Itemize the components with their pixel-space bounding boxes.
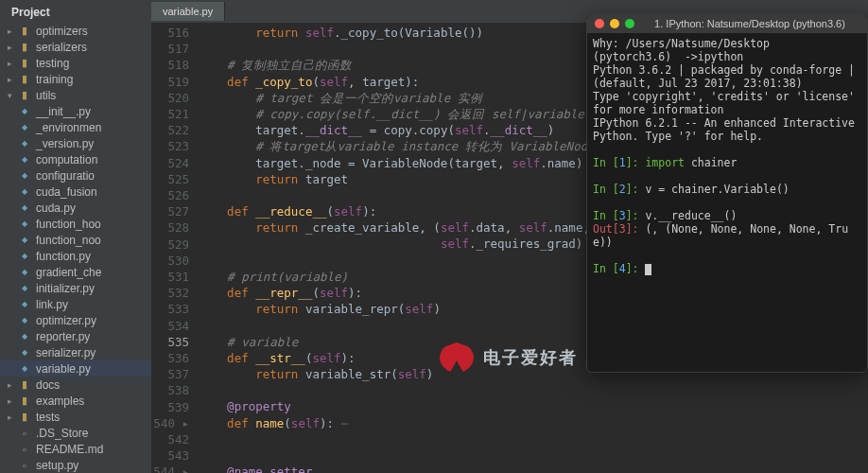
- tree-item[interactable]: ◆reporter.py: [0, 328, 151, 344]
- folder-icon: ▮: [17, 41, 32, 53]
- file-tree: ▸▮optimizers▸▮serializers▸▮testing▸▮trai…: [0, 23, 151, 473]
- tree-label: computation: [36, 153, 97, 166]
- terminal-title: 1. IPython: Natsume/Desktop (python3.6): [640, 17, 859, 30]
- tree-item[interactable]: ▾▮utils: [0, 87, 151, 103]
- tree-item[interactable]: ◆serializer.py: [0, 344, 151, 360]
- tree-label: cuda_fusion: [36, 185, 97, 199]
- watermark-logo-icon: [440, 342, 474, 373]
- py-icon: ◆: [17, 203, 32, 212]
- py-icon: ◆: [17, 284, 32, 292]
- tree-item[interactable]: ▫.DS_Store: [0, 425, 151, 441]
- tree-item[interactable]: ◆__init__.py: [0, 103, 151, 119]
- tree-label: testing: [36, 57, 69, 70]
- tree-label: function_noo: [36, 234, 101, 247]
- tree-item[interactable]: ◆function.py: [0, 248, 151, 264]
- folder-icon: ▮: [17, 25, 32, 37]
- minimize-icon[interactable]: [610, 19, 619, 28]
- tree-item[interactable]: ◆optimizer.py: [0, 312, 151, 328]
- tree-label: optimizer.py: [36, 314, 96, 327]
- tree-item[interactable]: ◆initializer.py: [0, 280, 151, 296]
- line-gutter: 5165175185195205215225235245255265275285…: [151, 23, 199, 473]
- chevron-icon: ▸: [8, 412, 17, 422]
- close-icon[interactable]: [595, 19, 604, 28]
- file-icon: ▫: [17, 428, 32, 439]
- tree-item[interactable]: ▸▮serializers: [0, 39, 151, 55]
- py-icon: ◆: [17, 268, 32, 276]
- terminal-body[interactable]: Why: /Users/Natsume/Desktop(pytorch3.6) …: [587, 33, 867, 279]
- tree-item[interactable]: ▸▮optimizers: [0, 23, 151, 39]
- tree-item[interactable]: ▸▮training: [0, 71, 151, 87]
- py-icon: ◆: [17, 155, 32, 164]
- folder-icon: ▮: [17, 73, 32, 85]
- tree-item[interactable]: ◆_version.py: [0, 135, 151, 151]
- py-icon: ◆: [17, 316, 32, 324]
- tree-item[interactable]: ▸▮docs: [0, 377, 151, 393]
- tree-label: initializer.py: [36, 282, 95, 295]
- watermark: 电子爱好者: [440, 342, 578, 373]
- tree-label: examples: [36, 394, 84, 408]
- tree-label: setup.py: [36, 459, 78, 472]
- project-title: Project: [0, 4, 151, 23]
- tree-label: reporter.py: [36, 330, 90, 343]
- py-icon: ◆: [17, 300, 32, 308]
- tree-item[interactable]: ◆function_hoo: [0, 216, 151, 232]
- chevron-icon: ▸: [8, 396, 17, 406]
- tree-item[interactable]: ▸▮testing: [0, 55, 151, 71]
- tree-label: serializer.py: [36, 346, 95, 359]
- tree-label: _environmen: [36, 121, 101, 134]
- tab-variable[interactable]: variable.py: [151, 2, 225, 21]
- tree-item[interactable]: ◆function_noo: [0, 232, 151, 248]
- py-icon: ◆: [17, 252, 32, 260]
- file-icon: ▫: [17, 460, 32, 471]
- tree-item[interactable]: ◆configuratio: [0, 167, 151, 184]
- py-icon: ◆: [17, 187, 32, 196]
- tree-item[interactable]: ◆gradient_che: [0, 264, 151, 280]
- tree-item[interactable]: ▫README.md: [0, 441, 151, 457]
- tree-label: optimizers: [36, 25, 88, 38]
- tree-item[interactable]: ◆cuda.py: [0, 200, 151, 216]
- py-icon: ◆: [17, 219, 32, 228]
- tree-item[interactable]: ◆variable.py: [0, 360, 151, 377]
- tree-item[interactable]: ◆cuda_fusion: [0, 184, 151, 200]
- tree-label: variable.py: [36, 362, 91, 376]
- chevron-icon: ▸: [8, 59, 17, 68]
- folder-icon: ▮: [17, 411, 32, 423]
- tree-label: function_hoo: [36, 218, 101, 231]
- py-icon: ◆: [17, 171, 32, 180]
- tree-label: utils: [36, 89, 56, 102]
- chevron-icon: ▸: [8, 43, 17, 52]
- chevron-icon: ▸: [8, 75, 17, 84]
- py-icon: ◆: [17, 139, 32, 148]
- tree-label: tests: [36, 411, 60, 424]
- py-icon: ◆: [17, 364, 32, 373]
- py-icon: ◆: [17, 236, 32, 244]
- chevron-icon: ▸: [8, 380, 17, 390]
- tree-label: training: [36, 73, 73, 86]
- maximize-icon[interactable]: [625, 19, 634, 28]
- folder-icon: ▮: [17, 394, 32, 407]
- chevron-icon: ▸: [8, 26, 17, 36]
- tree-item[interactable]: ◆computation: [0, 151, 151, 167]
- tree-item[interactable]: ▸▮tests: [0, 409, 151, 425]
- tree-item[interactable]: ◆link.py: [0, 296, 151, 312]
- tree-label: cuda.py: [36, 201, 76, 215]
- folder-icon: ▮: [17, 89, 32, 101]
- py-icon: ◆: [17, 348, 32, 357]
- project-sidebar: Project ▸▮optimizers▸▮serializers▸▮testi…: [0, 0, 151, 473]
- py-icon: ◆: [17, 332, 32, 341]
- file-icon: ▫: [17, 444, 32, 455]
- py-icon: ◆: [17, 123, 32, 131]
- tree-label: configuratio: [36, 169, 95, 183]
- tree-label: docs: [36, 378, 60, 392]
- tree-label: .DS_Store: [36, 427, 88, 440]
- folder-icon: ▮: [17, 57, 32, 69]
- tree-label: function.py: [36, 250, 91, 263]
- folder-icon: ▮: [17, 378, 32, 391]
- tree-item[interactable]: ▸▮examples: [0, 393, 151, 409]
- tree-item[interactable]: ▫setup.py: [0, 457, 151, 473]
- py-icon: ◆: [17, 107, 32, 115]
- terminal-titlebar[interactable]: 1. IPython: Natsume/Desktop (python3.6): [587, 14, 867, 33]
- tree-item[interactable]: ◆_environmen: [0, 119, 151, 135]
- watermark-text: 电子爱好者: [483, 346, 578, 369]
- tree-label: serializers: [36, 41, 87, 54]
